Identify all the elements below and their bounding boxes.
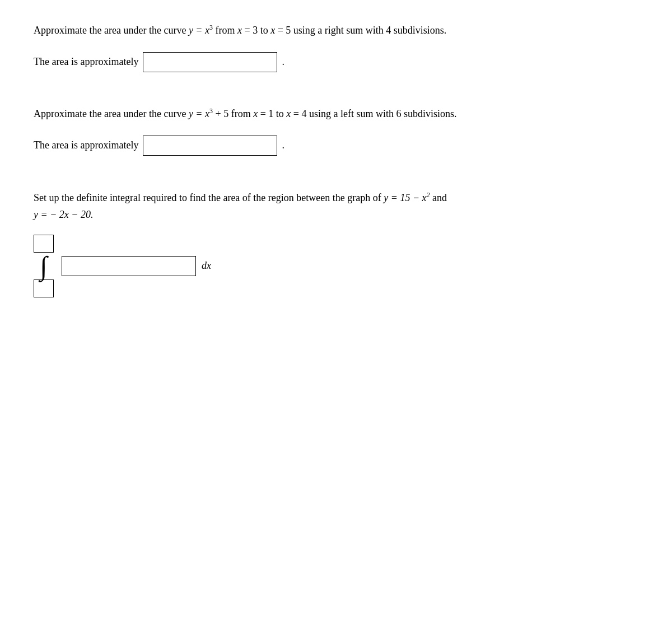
problem-2-statement: Approximate the area under the curve y =… — [34, 106, 638, 122]
integral-container: ∫ dx — [34, 235, 638, 297]
problem-2-answer-label: The area is approximately — [34, 139, 138, 151]
problem-2-period: . — [282, 139, 284, 151]
problem-2-block: Approximate the area under the curve y =… — [34, 106, 638, 156]
integrand-input[interactable] — [62, 256, 196, 276]
problem-2-text-prefix: Approximate the area under the curve — [34, 108, 189, 119]
problem-2-answer-row: The area is approximately . — [34, 136, 638, 156]
problem-2-answer-input[interactable] — [143, 136, 277, 156]
problem-2-equation: y = x3 + 5 — [189, 108, 228, 119]
integral-symbol: ∫ — [40, 253, 47, 279]
problem-1-answer-label: The area is approximately — [34, 56, 138, 68]
problem-1-answer-input[interactable] — [143, 52, 277, 72]
problem-1-answer-row: The area is approximately . — [34, 52, 638, 72]
problem-3-y1: y = 15 − x2 — [384, 192, 430, 203]
problem-1-text-middle: from — [213, 25, 237, 36]
problem-2-x-from: x — [253, 108, 258, 119]
problem-3-integral-section: ∫ dx — [34, 235, 638, 297]
problem-3-y2: y = − 2x − 20. — [34, 209, 93, 220]
problem-1-statement: Approximate the area under the curve y =… — [34, 22, 638, 39]
dx-label: dx — [202, 260, 211, 272]
problem-1-text-prefix: Approximate the area under the curve — [34, 25, 189, 36]
lower-bound-input[interactable] — [34, 279, 54, 297]
problem-1-period: . — [282, 56, 284, 68]
upper-bound-input[interactable] — [34, 235, 54, 253]
problem-3-statement: Set up the definite integral required to… — [34, 189, 638, 223]
integral-symbol-wrapper: ∫ — [34, 235, 54, 297]
problem-1-x-to: x — [270, 25, 275, 36]
problem-1-block: Approximate the area under the curve y =… — [34, 22, 638, 72]
problem-1-equation: y = x3 — [189, 25, 213, 36]
problem-3-block: Set up the definite integral required to… — [34, 189, 638, 297]
problem-1-x-from: x — [237, 25, 242, 36]
